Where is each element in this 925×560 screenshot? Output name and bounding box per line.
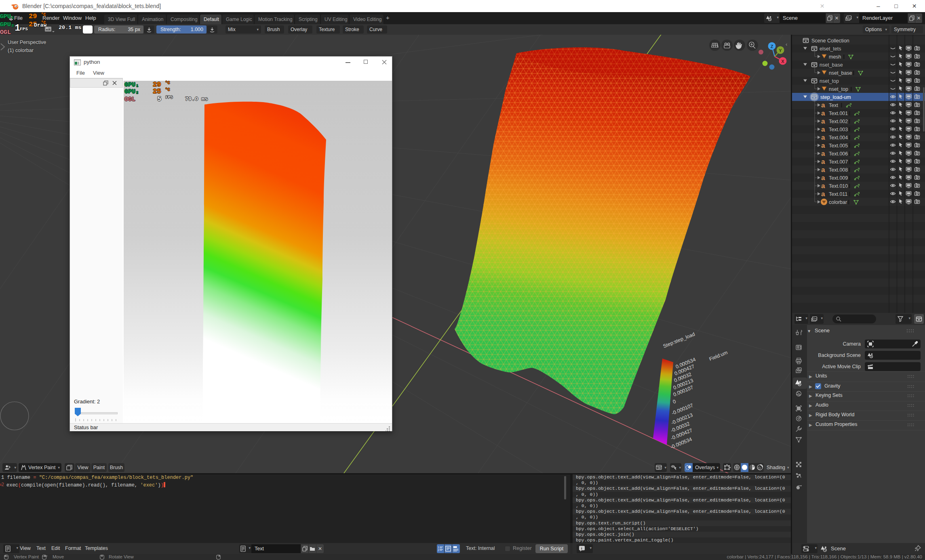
svg-text:elset_tets: elset_tets xyxy=(820,46,841,52)
svg-text:Y: Y xyxy=(779,48,782,53)
svg-text:a: a xyxy=(821,117,825,125)
svg-text:Scene Collection: Scene Collection xyxy=(811,38,849,44)
svg-text:a: a xyxy=(821,158,825,166)
svg-text:Text.005: Text.005 xyxy=(829,143,848,149)
svg-text:Text.003: Text.003 xyxy=(829,127,848,132)
svg-text:a: a xyxy=(821,174,825,182)
svg-text:1: 1 xyxy=(438,546,439,549)
svg-text:Text.006: Text.006 xyxy=(829,151,848,157)
svg-text:‹: ‹ xyxy=(786,41,787,47)
svg-text:a: a xyxy=(821,109,825,117)
svg-text:a: a xyxy=(821,166,825,174)
svg-text:Text.009: Text.009 xyxy=(829,175,848,181)
svg-text:nset_top: nset_top xyxy=(820,78,839,84)
svg-text:mesh: mesh xyxy=(829,54,841,60)
svg-text:X: X xyxy=(781,59,784,64)
svg-text:step_load-um: step_load-um xyxy=(820,94,851,100)
svg-text:Text.008: Text.008 xyxy=(829,167,848,173)
svg-text:Step:step_load: Step:step_load xyxy=(662,331,696,349)
svg-text:a: a xyxy=(821,190,825,198)
svg-text:Text: Text xyxy=(829,103,838,108)
svg-text:Text.001: Text.001 xyxy=(829,111,848,116)
svg-text:Text.010: Text.010 xyxy=(829,183,848,189)
svg-text:a: a xyxy=(821,101,825,109)
svg-text:nset_base: nset_base xyxy=(820,62,843,68)
svg-text:nset_top: nset_top xyxy=(829,86,848,92)
svg-text:Text.011: Text.011 xyxy=(829,191,847,197)
svg-text:nset_base: nset_base xyxy=(829,70,852,76)
svg-text:colorbar: colorbar xyxy=(829,199,847,205)
svg-text:Z: Z xyxy=(771,44,773,49)
svg-text:a: a xyxy=(821,182,825,190)
svg-text:Text.002: Text.002 xyxy=(829,119,848,124)
svg-text:0: 0 xyxy=(672,399,677,405)
svg-text:a: a xyxy=(821,126,825,133)
svg-text:a: a xyxy=(821,134,825,141)
svg-text:a: a xyxy=(821,142,825,149)
svg-text:2: 2 xyxy=(438,549,439,552)
svg-text:Field:um: Field:um xyxy=(708,350,729,362)
svg-text:Text.007: Text.007 xyxy=(829,159,848,165)
svg-text:Text.004: Text.004 xyxy=(829,135,848,141)
svg-text:a: a xyxy=(821,150,825,157)
